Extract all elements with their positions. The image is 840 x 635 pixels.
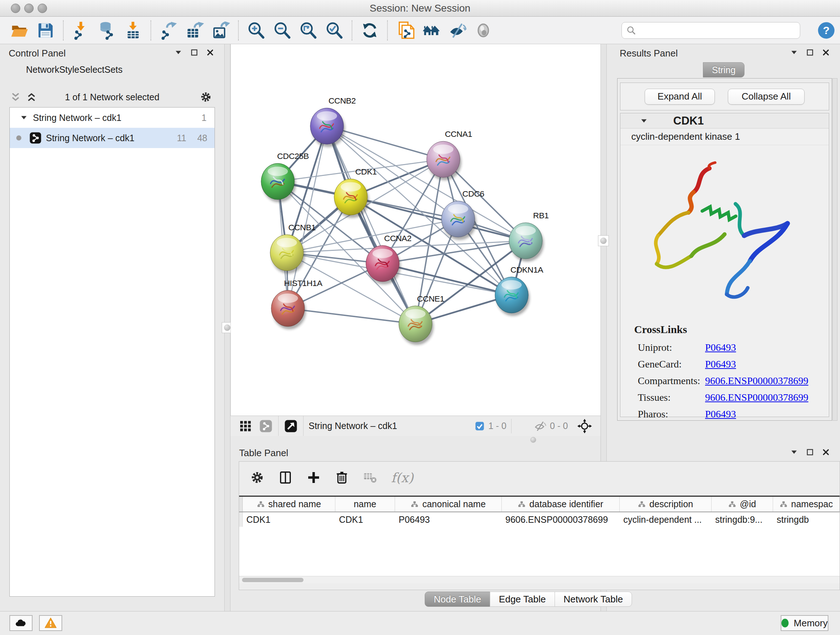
zoom-in-icon: [247, 21, 265, 40]
protein-structure-image: [634, 149, 815, 316]
column-header-canonical-name[interactable]: canonical name: [395, 497, 502, 511]
column-header-namespac[interactable]: namespac: [773, 497, 840, 511]
export-network-button[interactable]: [158, 20, 179, 41]
table-cell[interactable]: CDK1: [243, 512, 335, 527]
tab-select[interactable]: Select: [79, 65, 104, 74]
crosslink-link[interactable]: 9606.ENSP00000378699: [705, 392, 808, 403]
results-close-icon[interactable]: [822, 49, 830, 57]
edge-CDK1-RB1[interactable]: [351, 197, 526, 241]
import-network-from-file-button[interactable]: [71, 20, 92, 41]
apply-preferred-layout-button[interactable]: [359, 20, 380, 41]
tab-style[interactable]: Style: [59, 65, 80, 74]
cloud-button[interactable]: [9, 615, 33, 631]
table-cell[interactable]: 9606.ENSP00000378699: [502, 512, 620, 527]
crosslink-link[interactable]: P06493: [705, 409, 736, 420]
namespace-icon: [780, 500, 788, 508]
node-CDKN1A[interactable]: CDKN1A: [495, 265, 543, 316]
results-menu-icon[interactable]: [790, 49, 798, 57]
export-table-button[interactable]: [184, 20, 205, 41]
tab-network-table[interactable]: Network Table: [554, 592, 632, 607]
tab-node-table[interactable]: Node Table: [425, 592, 490, 607]
node-CDC25B[interactable]: CDC25B: [261, 151, 309, 203]
help-button[interactable]: ?: [817, 21, 836, 40]
tab-string[interactable]: String: [703, 62, 745, 78]
save-session-button[interactable]: [35, 20, 56, 41]
results-scrollbar[interactable]: [832, 78, 837, 421]
column-header-description[interactable]: description: [620, 497, 712, 511]
memory-button[interactable]: Memory: [781, 615, 829, 631]
table-h-scrollbar-thumb[interactable]: [242, 578, 303, 582]
table-options-gear-icon[interactable]: [250, 470, 264, 485]
selected-checkbox-icon[interactable]: [475, 421, 485, 431]
table-close-icon[interactable]: [822, 448, 830, 456]
table-float-icon[interactable]: [806, 448, 814, 456]
add-column-icon[interactable]: [306, 470, 321, 485]
gene-expand-icon[interactable]: [640, 117, 648, 125]
network-collection-row[interactable]: String Network – cdk1 1: [10, 108, 215, 128]
zoom-in-button[interactable]: [246, 20, 267, 41]
grid-view-icon[interactable]: [238, 419, 253, 433]
panel-close-icon[interactable]: [206, 49, 214, 57]
node-CDK1[interactable]: CDK1: [334, 167, 377, 218]
table-cell[interactable]: stringdb: [773, 512, 840, 527]
tab-network[interactable]: Network: [26, 65, 59, 74]
zoom-out-button[interactable]: [272, 20, 293, 41]
show-all-button[interactable]: [473, 20, 494, 41]
gene-symbol: CDK1: [673, 114, 704, 127]
table-row[interactable]: CDK1CDK1P064939606.ENSP00000378699cyclin…: [239, 512, 840, 527]
import-network-from-database-button[interactable]: [96, 20, 118, 41]
column-header-@id[interactable]: @id: [712, 497, 773, 511]
tab-sets[interactable]: Sets: [104, 65, 123, 74]
table-menu-icon[interactable]: [790, 448, 798, 456]
column-header-name[interactable]: name: [335, 497, 395, 511]
node-CCNB2[interactable]: CCNB2: [310, 96, 356, 147]
column-header-shared-name[interactable]: shared name: [243, 497, 335, 511]
tab-edge-table[interactable]: Edge Table: [490, 592, 555, 607]
delete-column-icon[interactable]: [335, 470, 349, 485]
table-cell[interactable]: stringdb:9...: [712, 512, 773, 527]
node-RB1[interactable]: RB1: [509, 211, 549, 262]
table-cell[interactable]: CDK1: [335, 512, 395, 527]
edge-HIST1H1A-CCNE1[interactable]: [288, 309, 416, 324]
collection-expand-icon[interactable]: [20, 114, 28, 122]
export-image-button[interactable]: [210, 20, 231, 41]
zoom-fit-button[interactable]: [298, 20, 319, 41]
hide-selected-button[interactable]: [447, 20, 468, 41]
node-table[interactable]: shared namenamecanonical namedatabase id…: [239, 496, 840, 527]
column-header-database-identifier[interactable]: database identifier: [502, 497, 620, 511]
hidden-eye-icon[interactable]: [534, 420, 546, 432]
zoom-selected-button[interactable]: [324, 20, 345, 41]
crosslink-link[interactable]: 9606.ENSP00000378699: [705, 375, 808, 386]
warnings-button[interactable]: [39, 615, 62, 631]
import-table-from-file-button[interactable]: [123, 20, 144, 41]
open-session-button[interactable]: [9, 20, 30, 41]
network-documents-button[interactable]: [395, 20, 416, 41]
crosslink-link[interactable]: P06493: [705, 358, 736, 370]
edge-CCNB2-CCNE1[interactable]: [327, 126, 416, 324]
panel-float-icon[interactable]: [190, 49, 198, 57]
table-h-scrollbar[interactable]: [239, 576, 840, 583]
network-row-selected[interactable]: String Network – cdk1 11 48: [10, 128, 215, 148]
node-HIST1H1A[interactable]: HIST1H1A: [271, 279, 323, 329]
horizontal-splitter[interactable]: [231, 436, 600, 445]
collapse-all-button[interactable]: Collapse All: [728, 89, 805, 105]
fit-selected-crosshair-icon[interactable]: [577, 419, 592, 433]
crosslink-link[interactable]: P06493: [705, 342, 736, 353]
network-options-gear-icon[interactable]: [200, 91, 212, 103]
horizontal-splitter-handle[interactable]: [531, 437, 536, 443]
birdseye-view-icon[interactable]: [284, 419, 298, 433]
table-cell[interactable]: cyclin-dependent ...: [620, 512, 712, 527]
results-float-icon[interactable]: [806, 49, 814, 57]
node-CCNA1[interactable]: CCNA1: [426, 129, 472, 180]
network-view-icon[interactable]: [259, 419, 273, 433]
network-canvas[interactable]: CCNB2CCNA1CDC25BCDK1CDC6RB1CCNB1CCNA2CDK…: [231, 44, 600, 416]
panel-menu-icon[interactable]: [174, 49, 182, 57]
table-cell[interactable]: P06493: [395, 512, 502, 527]
search-input[interactable]: [622, 22, 800, 39]
node-CDC6[interactable]: CDC6: [441, 189, 484, 240]
string-home-button[interactable]: [421, 20, 442, 41]
namespace-icon: [728, 500, 736, 508]
show-columns-icon[interactable]: [278, 470, 293, 485]
expand-all-button[interactable]: Expand All: [645, 89, 715, 105]
function-builder-icon: f(x): [391, 470, 414, 485]
